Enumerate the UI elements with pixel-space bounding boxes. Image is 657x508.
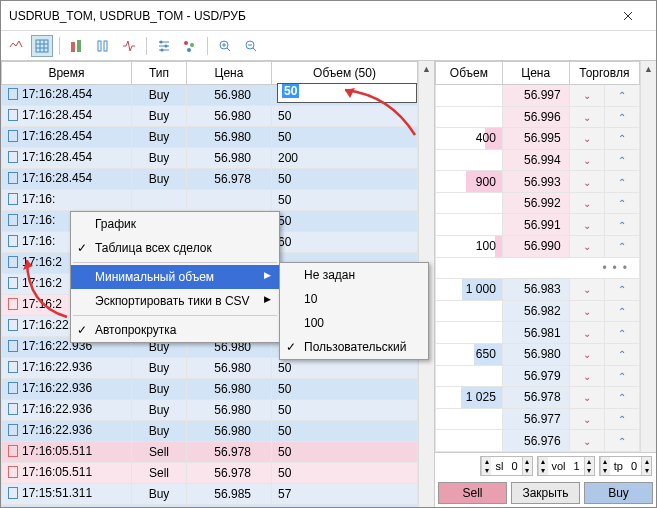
col-time[interactable]: Время [2,62,132,85]
submenu-custom[interactable]: ✓Пользовательский [280,335,428,359]
tick-row[interactable]: 17:16:28.454Buy56.97850 [2,169,418,190]
chevron-down-icon[interactable]: ⌄ [583,241,591,252]
bid-row[interactable]: 56.979⌄⌃ [436,365,640,387]
buy-button[interactable]: Buy [584,482,653,504]
bid-row[interactable]: 56.982⌄⌃ [436,300,640,322]
menu-chart[interactable]: График [71,212,279,236]
chevron-up-icon[interactable]: ⌃ [618,436,626,447]
tool-zoom-out[interactable] [240,35,262,57]
chevron-up-icon[interactable]: ⌃ [618,328,626,339]
col-price[interactable]: Цена [187,62,272,85]
chevron-down-icon[interactable]: ⌄ [583,220,591,231]
chevron-down-icon[interactable]: ⌄ [583,371,591,382]
close-position-button[interactable]: Закрыть [511,482,580,504]
chevron-down-icon[interactable]: ⌄ [583,349,591,360]
chevron-up-icon[interactable]: ⌃ [618,112,626,123]
chevron-down-icon[interactable]: ⌄ [583,414,591,425]
menu-separator [73,262,277,263]
tick-row[interactable]: 17:16:22.936Buy56.98050 [2,421,418,442]
ask-row[interactable]: 90056.993⌄⌃ [436,171,640,193]
tick-row[interactable]: 17:16:22.936Buy56.98050 [2,400,418,421]
tick-row[interactable]: 17:16:05.511Sell56.97850 [2,463,418,484]
columns-icon [96,39,110,53]
bid-row[interactable]: 65056.980⌄⌃ [436,343,640,365]
chevron-down-icon[interactable]: ⌄ [583,112,591,123]
bid-row[interactable]: 1 02556.978⌄⌃ [436,387,640,409]
sl-spinner[interactable]: ▴▾sl0▴▾ [480,456,532,476]
tool-panel1-icon[interactable] [66,35,88,57]
ask-row[interactable]: 56.991⌄⌃ [436,214,640,236]
chevron-up-icon[interactable]: ⌃ [618,414,626,425]
close-button[interactable] [608,2,648,30]
submenu-100[interactable]: 100 [280,311,428,335]
chevron-down-icon[interactable]: ⌄ [583,306,591,317]
tool-dots-icon[interactable] [179,35,201,57]
chevron-down-icon[interactable]: ⌄ [583,436,591,447]
chevron-up-icon[interactable]: ⌃ [618,306,626,317]
chevron-up-icon[interactable]: ⌃ [618,284,626,295]
submenu-10[interactable]: 10 [280,287,428,311]
chevron-down-icon[interactable]: ⌄ [583,90,591,101]
submenu-none[interactable]: Не задан [280,263,428,287]
chevron-up-icon[interactable]: ⌃ [618,133,626,144]
chevron-up-icon[interactable]: ⌃ [618,177,626,188]
chevron-up-icon[interactable]: ⌃ [618,349,626,360]
ask-row[interactable]: 40056.995⌄⌃ [436,128,640,150]
tool-settings-icon[interactable] [153,35,175,57]
tool-panel2-icon[interactable] [92,35,114,57]
pulse-icon [122,39,136,53]
bid-row[interactable]: 56.976⌄⌃ [436,430,640,452]
tool-grid-icon[interactable] [31,35,53,57]
menu-all-deals[interactable]: ✓Таблица всех сделок [71,236,279,260]
scroll-up-icon[interactable]: ▲ [641,61,656,77]
doc-buy-icon [8,361,18,373]
tick-row[interactable]: 17:16:50 [2,190,418,211]
tool-zoom-in[interactable] [214,35,236,57]
bid-row[interactable]: 56.977⌄⌃ [436,408,640,430]
chevron-up-icon[interactable]: ⌃ [618,220,626,231]
tick-row[interactable]: 17:16:28.454Buy56.980200 [2,148,418,169]
menu-export-csv[interactable]: Эскпортировать тики в CSV▶ [71,289,279,313]
sell-button[interactable]: Sell [438,482,507,504]
chevron-up-icon[interactable]: ⌃ [618,198,626,209]
chevron-up-icon[interactable]: ⌃ [618,392,626,403]
col-dom-volume[interactable]: Объем [436,62,503,85]
chevron-up-icon[interactable]: ⌃ [618,90,626,101]
tick-row[interactable]: 17:16:22.936Buy56.98050 [2,358,418,379]
bid-row[interactable]: 1 00056.983⌄⌃ [436,279,640,301]
chevron-down-icon[interactable]: ⌄ [583,284,591,295]
tick-row[interactable]: 17:16:05.511Sell56.97850 [2,442,418,463]
col-type[interactable]: Тип [132,62,187,85]
chevron-up-icon[interactable]: ⌃ [618,371,626,382]
chevron-down-icon[interactable]: ⌄ [583,198,591,209]
chevron-down-icon[interactable]: ⌄ [583,177,591,188]
ask-row[interactable]: 56.994⌄⌃ [436,149,640,171]
tool-pulse-icon[interactable] [118,35,140,57]
svg-point-6 [165,44,168,47]
menu-min-volume[interactable]: Минимальный объем▶ [71,265,279,289]
tick-row[interactable]: 17:15:51.311Buy56.98557 [2,484,418,505]
dom-scrollbar[interactable]: ▲ [640,61,656,452]
ask-row[interactable]: 56.996⌄⌃ [436,106,640,128]
chevron-down-icon[interactable]: ⌄ [583,155,591,166]
chevron-down-icon[interactable]: ⌄ [583,328,591,339]
tp-spinner[interactable]: ▴▾tp0▴▾ [599,456,652,476]
scroll-up-icon[interactable]: ▲ [419,61,434,77]
tick-row[interactable]: 17:15:43.970Buy56.98060 [2,505,418,508]
tick-row[interactable]: 17:16:22.936Buy56.98050 [2,379,418,400]
ask-row[interactable]: 56.997⌄⌃ [436,85,640,107]
col-dom-trade[interactable]: Торговля [569,62,639,85]
menu-separator [73,315,277,316]
tool-chart-icon[interactable] [5,35,27,57]
chevron-up-icon[interactable]: ⌃ [618,155,626,166]
ask-row[interactable]: 10056.990⌄⌃ [436,236,640,258]
col-volume[interactable]: Объем (50) [272,62,418,85]
chevron-up-icon[interactable]: ⌃ [618,241,626,252]
col-dom-price[interactable]: Цена [502,62,569,85]
chevron-down-icon[interactable]: ⌄ [583,133,591,144]
bid-row[interactable]: 56.981⌄⌃ [436,322,640,344]
vol-spinner[interactable]: ▴▾vol1▴▾ [537,456,595,476]
ask-row[interactable]: 56.992⌄⌃ [436,192,640,214]
menu-autoscroll[interactable]: ✓Автопрокрутка [71,318,279,342]
chevron-down-icon[interactable]: ⌄ [583,392,591,403]
